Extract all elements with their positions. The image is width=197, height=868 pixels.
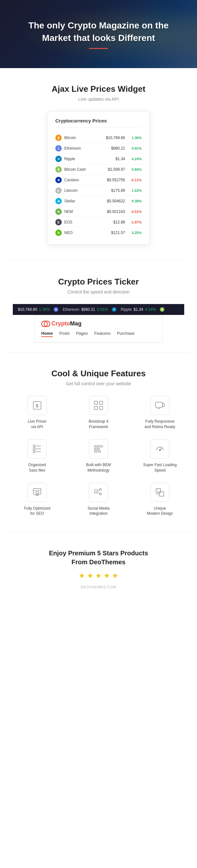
coin-change: 1.36% (128, 136, 142, 140)
responsive-icon-svg (155, 400, 165, 410)
coin-name: EOS (64, 220, 113, 224)
ticker-section: Crypto Prices Ticker Control the speed a… (0, 261, 197, 352)
ticker-subtitle: Control the speed and direction (13, 289, 184, 294)
design-icon-svg (155, 487, 165, 497)
ticker-change: 1.36% (39, 307, 50, 312)
ticker-xrp-icon: ✕ (112, 307, 116, 312)
sass-icon (28, 439, 47, 459)
coin-name: NEO (64, 230, 111, 235)
feature-label: Fully Optimizedfor SEO (24, 506, 51, 517)
eth-icon: Ξ (55, 145, 62, 152)
features-title: Cool & Unique Features (9, 369, 188, 378)
coin-price: $0.552755 (107, 178, 125, 182)
feature-item-social: Social MediaIntegration (71, 483, 126, 517)
feature-label: OrganizedSass files (28, 462, 46, 473)
coin-price: $12.88 (113, 220, 125, 224)
crypto-widget-title: Cryptocurrency Prices (55, 118, 142, 128)
ltc-icon: Ł (55, 187, 62, 194)
svg-rect-12 (33, 448, 35, 450)
table-row: N NEM $0.921163 -4.51% (55, 207, 142, 217)
social-icon (89, 483, 108, 502)
nav-item-features[interactable]: Features (94, 331, 111, 337)
feature-label: Live Pricesvia API (28, 419, 47, 430)
hero-underline (89, 48, 108, 49)
svg-rect-9 (163, 403, 164, 407)
ajax-widget-subtitle: Live updates via API (13, 97, 184, 102)
star-rating: ★ ★ ★ ★ ★ (13, 571, 184, 580)
cta-title: Enjoy Premium 5 Stars ProductsFrom DeoTh… (13, 549, 184, 566)
sass-icon-svg (32, 444, 42, 454)
nem-icon: N (55, 209, 62, 215)
responsive-icon (150, 396, 169, 415)
coin-name: Bitcoin Cash (64, 167, 108, 172)
coin-change: -4.51% (128, 210, 142, 214)
seo-icon (28, 483, 47, 502)
eos-icon: E (55, 219, 62, 225)
svg-point-26 (36, 491, 38, 494)
coin-change: 0.91% (128, 147, 142, 150)
table-row: ₿ Bitcoin Cash $1,599.97 0.84% (55, 164, 142, 175)
nav-item-purchase[interactable]: Purchase (117, 331, 135, 337)
feature-label: Built with BEMMethodology (86, 462, 111, 473)
svg-rect-17 (94, 446, 103, 447)
svg-rect-18 (94, 448, 100, 450)
coin-price: $175.89 (111, 188, 125, 193)
logo-icon (41, 321, 50, 327)
nav-item-home[interactable]: Home (41, 331, 53, 337)
ajax-widget-title: Ajax Live Prices Widget (13, 84, 184, 94)
hero-title: The only Crypto Magazine on the Market t… (13, 19, 184, 44)
ticker-price: $980.21 (81, 307, 95, 312)
coin-price: $0.504622 (107, 199, 125, 203)
svg-rect-33 (156, 489, 161, 493)
star-5: ★ (112, 571, 118, 580)
bem-icon-svg (93, 444, 104, 454)
coin-change: 0.84% (128, 167, 142, 172)
neo-icon: N (55, 229, 62, 236)
social-icon-svg (93, 487, 104, 497)
bootstrap-grid-icon (93, 400, 104, 410)
table-row: Ł Litecoin $175.89 1.53% (55, 185, 142, 196)
nav-item-posts[interactable]: Posts (59, 331, 70, 337)
ticker-price: $10,768.80 (18, 307, 37, 312)
svg-point-21 (159, 450, 161, 451)
ticker-item: Ξ Ethereum $980.21 0.91% (54, 307, 108, 312)
design-icon (150, 483, 169, 502)
ticker-coin-name: Ripple (121, 307, 132, 312)
feature-label: Bootstrap 4Framework (89, 419, 108, 430)
feature-item-bootstrap: Bootstrap 4Framework (71, 396, 126, 430)
coin-price: $1,599.97 (108, 167, 125, 172)
table-row: E EOS $12.88 -1.87% (55, 217, 142, 228)
star-3: ★ (95, 571, 102, 580)
seo-icon-svg (32, 487, 42, 497)
bem-icon (89, 439, 108, 459)
feature-item-live-prices: $ Live Pricesvia API (9, 396, 65, 430)
coin-name: Cardano (64, 178, 107, 182)
live-prices-icon: $ (28, 396, 47, 415)
svg-rect-8 (156, 402, 163, 407)
feature-label: Fully Responsiveand Retina Ready (145, 419, 175, 430)
svg-rect-4 (94, 401, 97, 404)
ticker-item: ✕ Ripple $1.34 4.24% (112, 307, 156, 312)
svg-point-31 (100, 489, 102, 490)
hero-section: The only Crypto Magazine on the Market t… (0, 0, 197, 68)
svg-text:$: $ (36, 403, 38, 408)
ticker-bar: $10,768.80 1.36% Ξ Ethereum $980.21 0.91… (13, 304, 184, 315)
star-2: ★ (87, 571, 93, 580)
table-row: N NEO $121.57 3.25% (55, 228, 142, 238)
coin-change: 9.38% (128, 199, 142, 203)
xrp-icon: ✕ (55, 156, 62, 162)
nav-item-pages[interactable]: Pages (76, 331, 88, 337)
coin-price: $0.921163 (107, 209, 125, 214)
ticker-item: ₿ (160, 307, 167, 312)
coin-price: $1.34 (115, 157, 125, 161)
svg-rect-11 (33, 445, 35, 447)
feature-item-responsive: Fully Responsiveand Retina Ready (132, 396, 188, 430)
coin-price: $980.21 (111, 146, 125, 151)
crypto-price-widget: Cryptocurrency Prices ₿ Bitcoin $10,768.… (47, 111, 150, 245)
ticker-bch-icon: ₿ (160, 307, 164, 312)
coin-name: Ethereum (64, 146, 111, 151)
ticker-change: 0.91% (97, 307, 108, 312)
feature-item-seo: Fully Optimizedfor SEO (9, 483, 65, 517)
star-1: ★ (79, 571, 85, 580)
ticker-change: 4.24% (145, 307, 156, 312)
